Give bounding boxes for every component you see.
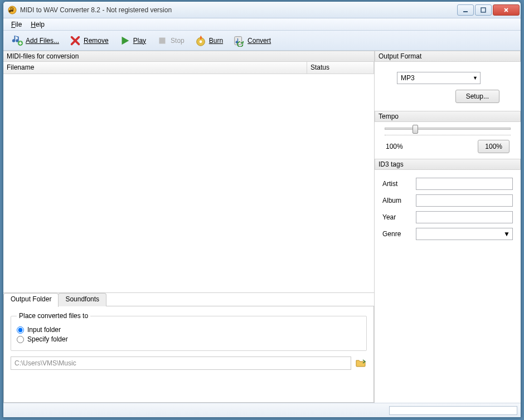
bottom-tabs: Output Folder Soundfonts Place converted…: [3, 292, 374, 403]
format-selected: MP3: [401, 74, 415, 82]
menubar: File Help: [3, 18, 521, 31]
col-status[interactable]: Status: [307, 62, 374, 74]
stop-label: Stop: [171, 37, 185, 45]
tab-output-folder-body: Place converted files to Input folder Sp…: [3, 306, 374, 403]
convert-label: Convert: [248, 37, 271, 45]
col-filename[interactable]: Filename: [3, 62, 307, 74]
folder-icon: [356, 358, 366, 369]
svg-point-6: [199, 40, 202, 43]
tab-soundfonts[interactable]: Soundfonts: [58, 293, 106, 306]
tempo-ticks: [385, 132, 511, 135]
filelist-body[interactable]: [3, 74, 374, 292]
play-button[interactable]: Play: [114, 32, 151, 49]
tempo-slider[interactable]: [385, 128, 511, 130]
add-files-label: Add Files...: [26, 37, 59, 45]
burn-button[interactable]: Burn: [190, 32, 227, 49]
toolbar: Add Files... Remove Play Stop Burn Conve…: [3, 31, 521, 51]
stop-button: Stop: [152, 32, 189, 49]
tempo-header: Tempo: [375, 111, 521, 122]
add-files-button[interactable]: Add Files...: [7, 32, 64, 49]
tab-output-folder[interactable]: Output Folder: [3, 293, 59, 307]
convert-icon: [233, 35, 245, 47]
play-icon: [119, 35, 131, 47]
maximize-button[interactable]: [475, 4, 492, 16]
radio-input-folder[interactable]: [17, 326, 24, 334]
menu-help[interactable]: Help: [26, 19, 49, 30]
tempo-slider-thumb[interactable]: [413, 125, 418, 134]
statusbar: [3, 403, 521, 417]
right-pane: Output Format MP3 ▼ Setup... Tempo 100%: [375, 51, 521, 403]
convert-button[interactable]: Convert: [229, 32, 275, 49]
add-files-icon: [11, 35, 23, 47]
chevron-down-icon: ▼: [503, 230, 510, 238]
output-folder-group: Place converted files to Input folder Sp…: [11, 312, 367, 351]
client-area: MIDI-files for conversion Filename Statu…: [3, 51, 521, 403]
tempo-group: 100% 100%: [375, 122, 521, 159]
remove-label: Remove: [84, 37, 109, 45]
stop-icon: [156, 35, 168, 47]
progress-bar: [389, 406, 517, 415]
genre-dropdown[interactable]: ▼: [416, 228, 513, 240]
titlebar: MIDI to WAV Converter 8.2 - Not register…: [3, 2, 521, 18]
id3-header: ID3 tags: [375, 159, 521, 170]
window-controls: [457, 4, 520, 16]
output-folder-legend: Place converted files to: [17, 312, 90, 320]
remove-button[interactable]: Remove: [65, 32, 113, 49]
app-icon: [8, 6, 17, 14]
year-input[interactable]: [416, 211, 513, 223]
format-dropdown[interactable]: MP3 ▼: [397, 72, 481, 84]
artist-input[interactable]: [416, 178, 513, 190]
artist-label: Artist: [382, 180, 411, 188]
setup-button[interactable]: Setup...: [455, 90, 499, 103]
album-label: Album: [382, 197, 411, 204]
radio-specify-folder-label: Specify folder: [27, 335, 68, 343]
menu-file[interactable]: File: [7, 19, 26, 30]
svg-rect-2: [481, 8, 486, 12]
year-label: Year: [382, 213, 411, 221]
tempo-value-label: 100%: [386, 143, 403, 150]
output-format-group: MP3 ▼ Setup...: [375, 62, 521, 111]
genre-label: Genre: [382, 230, 411, 238]
minimize-button[interactable]: [457, 4, 474, 16]
svg-rect-4: [159, 37, 166, 43]
play-label: Play: [133, 37, 146, 45]
album-input[interactable]: [416, 194, 513, 207]
browse-folder-button[interactable]: [355, 357, 367, 369]
window-title: MIDI to WAV Converter 8.2 - Not register…: [20, 6, 457, 14]
id3-group: Artist Album Year Genre ▼: [375, 170, 521, 252]
burn-label: Burn: [209, 37, 223, 45]
app-window: MIDI to WAV Converter 8.2 - Not register…: [3, 1, 521, 418]
burn-icon: [195, 35, 207, 47]
left-pane: MIDI-files for conversion Filename Statu…: [3, 51, 375, 403]
close-button[interactable]: [493, 4, 520, 16]
tempo-display[interactable]: 100%: [478, 140, 510, 153]
output-format-header: Output Format: [375, 51, 521, 62]
filelist-title: MIDI-files for conversion: [3, 51, 374, 62]
remove-icon: [69, 35, 81, 47]
radio-specify-folder[interactable]: [17, 336, 24, 343]
output-path-input[interactable]: [11, 356, 351, 370]
svg-rect-1: [463, 11, 468, 12]
filelist-header: Filename Status: [3, 62, 374, 74]
radio-input-folder-label: Input folder: [27, 326, 61, 334]
chevron-down-icon: ▼: [473, 75, 478, 81]
